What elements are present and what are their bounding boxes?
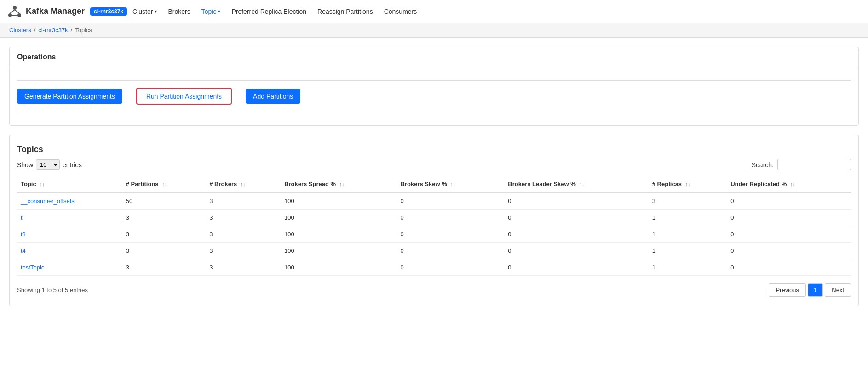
navbar: Kafka Manager cl-rnr3c37k Cluster ▾ Brok…: [0, 0, 868, 23]
breadcrumb-current: Topics: [75, 27, 92, 34]
main-content: Operations Generate Partition Assignment…: [0, 38, 868, 325]
topics-title: Topics: [17, 145, 851, 154]
table-row: __consumer_offsets 50 3 100 0 0 3 0: [17, 193, 851, 210]
replicas-cell: 1: [649, 226, 727, 243]
add-partitions-btn[interactable]: Add Partitions: [246, 89, 300, 104]
pagination-controls: Previous 1 Next: [769, 283, 851, 297]
breadcrumb: Clusters / cl-rnr3c37k / Topics: [0, 23, 868, 38]
topics-table: Topic ↑↓ # Partitions ↑↓ # Brokers ↑↓ Br…: [17, 176, 851, 276]
brand-label: Kafka Manager: [26, 6, 85, 16]
spread-cell: 100: [281, 243, 397, 259]
col-leader-skew[interactable]: Brokers Leader Skew % ↑↓: [504, 176, 648, 193]
table-row: testTopic 3 3 100 0 0 1 0: [17, 259, 851, 276]
topic-link[interactable]: __consumer_offsets: [17, 193, 122, 210]
skew-cell: 0: [397, 259, 505, 276]
show-label: Show: [17, 161, 33, 169]
svg-line-3: [10, 10, 15, 13]
under-replicated-cell: 0: [727, 226, 851, 243]
cluster-caret-icon: ▾: [155, 9, 157, 14]
operations-body: Generate Partition Assignments Run Parti…: [10, 67, 858, 125]
nav-brokers[interactable]: Brokers: [162, 0, 195, 23]
table-row: t4 3 3 100 0 0 1 0: [17, 243, 851, 259]
generate-partition-btn[interactable]: Generate Partition Assignments: [17, 89, 122, 104]
col-spread[interactable]: Brokers Spread % ↑↓: [281, 176, 397, 193]
brokers-cell: 3: [206, 243, 281, 259]
brokers-sort-icon: ↑↓: [241, 181, 246, 187]
search-input[interactable]: [777, 159, 851, 170]
skew-cell: 0: [397, 243, 505, 259]
replicas-sort-icon: ↑↓: [685, 181, 690, 187]
under-replicated-sort-icon: ↑↓: [790, 181, 795, 187]
leader-skew-cell: 0: [504, 259, 648, 276]
brand: Kafka Manager: [7, 4, 85, 19]
col-replicas[interactable]: # Replicas ↑↓: [649, 176, 727, 193]
operations-row: Generate Partition Assignments Run Parti…: [17, 84, 851, 108]
table-head: Topic ↑↓ # Partitions ↑↓ # Brokers ↑↓ Br…: [17, 176, 851, 193]
search-label: Search:: [752, 161, 774, 169]
topic-sort-icon: ↑↓: [40, 181, 45, 187]
col-topic[interactable]: Topic ↑↓: [17, 176, 122, 193]
nav-preferred-replica[interactable]: Preferred Replica Election: [226, 0, 312, 23]
pagination-info: Showing 1 to 5 of 5 entries: [17, 286, 88, 293]
table-row: t3 3 3 100 0 0 1 0: [17, 226, 851, 243]
leader-skew-cell: 0: [504, 226, 648, 243]
operations-title: Operations: [10, 47, 858, 67]
replicas-cell: 1: [649, 210, 727, 226]
brokers-cell: 3: [206, 259, 281, 276]
topic-link[interactable]: t4: [17, 243, 122, 259]
replicas-cell: 1: [649, 259, 727, 276]
spread-cell: 100: [281, 193, 397, 210]
under-replicated-cell: 0: [727, 259, 851, 276]
col-partitions[interactable]: # Partitions ↑↓: [122, 176, 206, 193]
partitions-cell: 3: [122, 259, 206, 276]
under-replicated-cell: 0: [727, 193, 851, 210]
under-replicated-cell: 0: [727, 243, 851, 259]
table-controls: Show 10 25 50 100 entries Search:: [17, 159, 851, 170]
col-skew[interactable]: Brokers Skew % ↑↓: [397, 176, 505, 193]
partitions-cell: 3: [122, 210, 206, 226]
brokers-cell: 3: [206, 193, 281, 210]
topic-link[interactable]: t3: [17, 226, 122, 243]
breadcrumb-cluster-link[interactable]: cl-rnr3c37k: [38, 27, 68, 34]
entries-select[interactable]: 10 25 50 100: [36, 159, 60, 170]
leader-skew-cell: 0: [504, 210, 648, 226]
nav-reassign[interactable]: Reassign Partitions: [312, 0, 379, 23]
partitions-cell: 50: [122, 193, 206, 210]
partitions-sort-icon: ↑↓: [162, 181, 167, 187]
skew-cell: 0: [397, 226, 505, 243]
nav-consumers[interactable]: Consumers: [379, 0, 423, 23]
nav-topic[interactable]: Topic ▾: [196, 0, 226, 23]
spread-cell: 100: [281, 226, 397, 243]
table-header-row: Topic ↑↓ # Partitions ↑↓ # Brokers ↑↓ Br…: [17, 176, 851, 193]
svg-point-0: [13, 6, 17, 10]
breadcrumb-sep-2: /: [71, 27, 73, 34]
kafka-icon: [7, 4, 22, 19]
topic-caret-icon: ▾: [218, 9, 220, 14]
col-under-replicated[interactable]: Under Replicated % ↑↓: [727, 176, 851, 193]
topic-link[interactable]: t: [17, 210, 122, 226]
topic-link[interactable]: testTopic: [17, 259, 122, 276]
skew-cell: 0: [397, 210, 505, 226]
cluster-badge[interactable]: cl-rnr3c37k: [90, 7, 127, 16]
run-partition-btn[interactable]: Run Partition Assignments: [136, 88, 232, 105]
leader-skew-cell: 0: [504, 243, 648, 259]
topics-body: Topics Show 10 25 50 100 entries Search:: [10, 135, 858, 306]
breadcrumb-clusters-link[interactable]: Clusters: [9, 27, 31, 34]
under-replicated-cell: 0: [727, 210, 851, 226]
skew-sort-icon: ↑↓: [450, 181, 455, 187]
leader-skew-sort-icon: ↑↓: [579, 181, 584, 187]
pagination-area: Showing 1 to 5 of 5 entries Previous 1 N…: [17, 283, 851, 297]
spread-cell: 100: [281, 259, 397, 276]
previous-button[interactable]: Previous: [769, 283, 806, 297]
leader-skew-cell: 0: [504, 193, 648, 210]
skew-cell: 0: [397, 193, 505, 210]
partitions-cell: 3: [122, 226, 206, 243]
replicas-cell: 1: [649, 243, 727, 259]
table-row: t 3 3 100 0 0 1 0: [17, 210, 851, 226]
spread-sort-icon: ↑↓: [339, 181, 345, 187]
col-brokers[interactable]: # Brokers ↑↓: [206, 176, 281, 193]
next-button[interactable]: Next: [825, 283, 851, 297]
nav-cluster[interactable]: Cluster ▾: [127, 0, 162, 23]
spread-cell: 100: [281, 210, 397, 226]
current-page[interactable]: 1: [808, 283, 823, 297]
